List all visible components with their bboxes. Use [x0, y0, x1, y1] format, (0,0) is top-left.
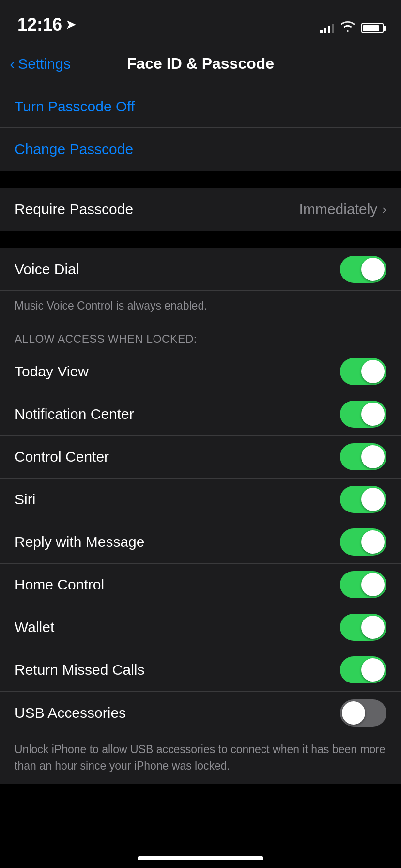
siri-toggle[interactable] — [340, 486, 386, 513]
change-passcode-label: Change Passcode — [15, 141, 133, 157]
require-passcode-label: Require Passcode — [15, 201, 133, 217]
today-view-toggle[interactable] — [340, 358, 386, 385]
require-passcode-value: Immediately › — [299, 201, 386, 217]
time-text: 12:16 — [17, 15, 62, 35]
home-control-toggle[interactable] — [340, 571, 386, 598]
page-title: Face ID & Passcode — [127, 55, 274, 73]
notification-center-toggle[interactable] — [340, 401, 386, 428]
voice-dial-row[interactable]: Voice Dial — [0, 248, 401, 291]
reply-with-message-row[interactable]: Reply with Message — [0, 521, 401, 564]
require-passcode-chevron-icon: › — [382, 202, 386, 217]
control-center-toggle[interactable] — [340, 443, 386, 470]
control-center-label: Control Center — [15, 449, 109, 465]
voice-dial-section: Voice Dial Music Voice Control is always… — [0, 248, 401, 784]
back-label: Settings — [18, 56, 70, 72]
today-view-label: Today View — [15, 363, 89, 380]
status-icons — [320, 21, 384, 35]
notification-center-row[interactable]: Notification Center — [0, 393, 401, 436]
siri-row[interactable]: Siri — [0, 479, 401, 521]
wallet-toggle[interactable] — [340, 614, 386, 641]
home-control-label: Home Control — [15, 576, 104, 593]
usb-footnote: Unlock iPhone to allow USB accessories t… — [0, 734, 401, 784]
voice-dial-footnote: Music Voice Control is always enabled. — [0, 291, 401, 324]
home-control-row[interactable]: Home Control — [0, 564, 401, 606]
reply-with-message-toggle[interactable] — [340, 528, 386, 556]
control-center-row[interactable]: Control Center — [0, 436, 401, 479]
location-arrow-icon: ➤ — [66, 18, 76, 31]
signal-bar-1 — [320, 30, 323, 33]
today-view-row[interactable]: Today View — [0, 351, 401, 393]
status-bar: 12:16 ➤ — [0, 0, 401, 43]
status-time: 12:16 ➤ — [17, 15, 76, 35]
usb-accessories-label: USB Accessories — [15, 705, 126, 721]
reply-with-message-label: Reply with Message — [15, 534, 144, 550]
signal-bar-4 — [332, 24, 334, 33]
passcode-section: Turn Passcode Off Change Passcode — [0, 85, 401, 170]
allow-access-header: Allow Access When Locked: — [0, 324, 401, 351]
back-button[interactable]: ‹ Settings — [10, 54, 71, 73]
chevron-left-icon: ‹ — [10, 54, 15, 73]
spacer-2 — [0, 231, 401, 248]
usb-accessories-row[interactable]: USB Accessories — [0, 692, 401, 734]
turn-passcode-off-row[interactable]: Turn Passcode Off — [0, 85, 401, 128]
return-missed-calls-label: Return Missed Calls — [15, 662, 144, 678]
return-missed-calls-row[interactable]: Return Missed Calls — [0, 649, 401, 692]
home-indicator — [138, 856, 263, 860]
main-content: Turn Passcode Off Change Passcode Requir… — [0, 85, 401, 784]
wifi-icon — [341, 21, 355, 35]
turn-passcode-off-label: Turn Passcode Off — [15, 98, 135, 115]
signal-bar-2 — [324, 28, 326, 33]
siri-label: Siri — [15, 491, 35, 508]
return-missed-calls-toggle[interactable] — [340, 656, 386, 683]
change-passcode-row[interactable]: Change Passcode — [0, 128, 401, 170]
battery-icon — [361, 23, 384, 33]
notification-center-label: Notification Center — [15, 406, 134, 422]
usb-accessories-toggle[interactable] — [340, 699, 386, 727]
spacer-1 — [0, 170, 401, 188]
toggle-knob — [361, 258, 385, 281]
signal-bar-3 — [328, 26, 330, 33]
require-passcode-row[interactable]: Require Passcode Immediately › — [0, 188, 401, 231]
voice-dial-toggle[interactable] — [340, 256, 386, 283]
voice-dial-label: Voice Dial — [15, 261, 79, 278]
require-passcode-current: Immediately — [299, 201, 378, 217]
wallet-row[interactable]: Wallet — [0, 606, 401, 649]
signal-bars-icon — [320, 23, 334, 33]
require-passcode-section: Require Passcode Immediately › — [0, 188, 401, 231]
nav-header: ‹ Settings Face ID & Passcode — [0, 43, 401, 85]
wallet-label: Wallet — [15, 619, 54, 636]
